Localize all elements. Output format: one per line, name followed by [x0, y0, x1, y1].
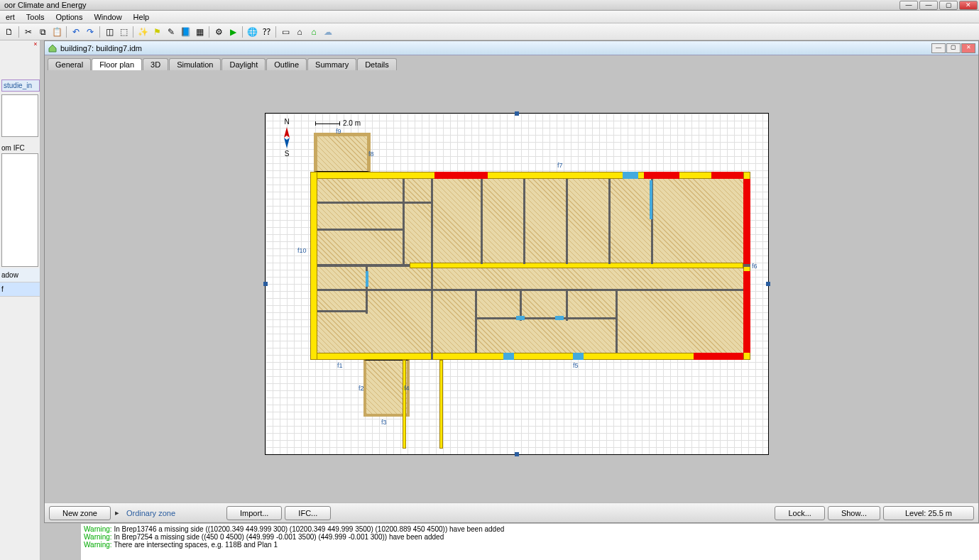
compass: N S	[283, 118, 291, 158]
build-icon[interactable]: ⚙	[212, 26, 225, 38]
wall-top-r2	[644, 172, 679, 179]
wall-left	[310, 172, 317, 360]
sidebar-close-icon[interactable]: ×	[31, 40, 40, 49]
log-line: Warning: In Brep7254 a missing side ((45…	[84, 533, 976, 541]
globe-icon[interactable]: 🌐	[246, 26, 258, 38]
log-panel: Warning: In Brep13746 a missing side ((1…	[81, 523, 979, 560]
layout-b-icon[interactable]: ⬚	[117, 26, 130, 38]
svg-marker-1	[284, 127, 290, 138]
minimize-button-2[interactable]: —	[919, 1, 938, 10]
wall-right-r1	[743, 179, 750, 264]
book-icon[interactable]: 📘	[179, 26, 192, 38]
import-button[interactable]: Import...	[226, 506, 282, 520]
scale-bar: 2.0 m	[315, 119, 361, 127]
label-f10: f10	[297, 247, 307, 254]
paste-icon[interactable]: 📋	[50, 26, 63, 38]
log-line: Warning: There are intersecting spaces, …	[84, 541, 976, 549]
tab-outline[interactable]: Outline	[266, 58, 307, 70]
label-f4: f4	[404, 385, 410, 392]
wizard-icon[interactable]: ✨	[136, 26, 149, 38]
sidebar-row-adow[interactable]: adow	[0, 268, 40, 282]
document-title: building7: building7.idm	[60, 44, 142, 53]
tab-details[interactable]: Details	[357, 58, 397, 70]
tab-floor-plan[interactable]: Floor plan	[92, 58, 142, 70]
tab-summary[interactable]: Summary	[307, 58, 356, 70]
label-f6: f6	[752, 263, 758, 270]
bottom-toolbar: New zone ▸ Ordinary zone Import... IFC..…	[45, 503, 978, 522]
tab-daylight[interactable]: Daylight	[221, 58, 266, 70]
cut-icon[interactable]: ✂	[22, 26, 35, 38]
toolbar-separator	[66, 26, 67, 38]
lock-button[interactable]: Lock...	[775, 506, 824, 520]
house-sun-icon[interactable]: ⌂	[293, 26, 306, 38]
pipe-1	[403, 360, 406, 449]
floor-plan-drawing[interactable]: f1 f2 f3 f4 f5 f6 f7 f8 f9 f10	[310, 172, 750, 367]
tab-bar: General Floor plan 3D Simulation Dayligh…	[45, 55, 978, 70]
marker-icon[interactable]: ⚑	[151, 26, 163, 38]
ordinary-zone-link[interactable]: Ordinary zone	[124, 509, 178, 517]
sidebar-row-f[interactable]: f	[0, 282, 40, 297]
menu-window[interactable]: Window	[88, 13, 127, 21]
maximize-button[interactable]: ▢	[939, 1, 958, 10]
show-button[interactable]: Show...	[828, 506, 880, 520]
svg-marker-2	[284, 138, 290, 148]
doc-close-button[interactable]: ✕	[961, 43, 975, 53]
rect-icon[interactable]: ▭	[279, 26, 292, 38]
scale-label: 2.0 m	[343, 119, 361, 127]
canvas-area[interactable]: N S 2.0 m	[45, 70, 978, 503]
resize-handle-s[interactable]	[515, 452, 519, 456]
resize-handle-e[interactable]	[766, 282, 770, 286]
label-f7: f7	[557, 162, 563, 169]
wall-bottom	[310, 353, 750, 360]
wall-right-r2	[743, 271, 750, 353]
cloud-icon[interactable]: ☁	[322, 26, 334, 38]
floor-plan-canvas[interactable]: N S 2.0 m	[265, 113, 769, 455]
toolbar-separator	[133, 26, 133, 38]
house-icon	[48, 43, 58, 53]
layout-a-icon[interactable]: ◫	[103, 26, 116, 38]
window-controls: — — ▢ ✕	[899, 1, 978, 10]
doc-maximize-button[interactable]: ▢	[946, 43, 961, 53]
close-button[interactable]: ✕	[959, 1, 978, 10]
menu-tools[interactable]: Tools	[21, 13, 50, 21]
sidebar-list-box	[1, 153, 38, 267]
tab-3d[interactable]: 3D	[143, 58, 168, 70]
document-window: building7: building7.idm — ▢ ✕ General F…	[44, 40, 979, 523]
undo-icon[interactable]: ↶	[70, 26, 82, 38]
sidebar-ifc-label: om IFC	[1, 144, 38, 152]
menu-help[interactable]: Help	[128, 13, 155, 21]
toolbar-separator	[209, 26, 209, 38]
title-bar: oor Climate and Energy — — ▢ ✕	[0, 0, 979, 11]
note-icon[interactable]: ✎	[165, 26, 177, 38]
menu-bar: ert Tools Options Window Help	[0, 11, 979, 23]
document-title-bar: building7: building7.idm — ▢ ✕	[45, 41, 978, 55]
wall-top	[310, 172, 750, 179]
room-vestibule-top	[314, 133, 371, 172]
minimize-button[interactable]: —	[899, 1, 918, 10]
new-zone-button[interactable]: New zone	[49, 506, 111, 520]
app-title: oor Climate and Energy	[1, 1, 87, 9]
wall-top-r1	[434, 172, 488, 179]
doc-minimize-button[interactable]: —	[931, 43, 946, 53]
table-icon[interactable]: ▦	[193, 26, 206, 38]
run-icon[interactable]: ▶	[226, 26, 239, 38]
svg-marker-0	[49, 45, 56, 52]
toolbar-separator	[242, 26, 243, 38]
sidebar-item-studie[interactable]: studie_in	[1, 79, 40, 92]
label-f9: f9	[336, 128, 341, 135]
resize-handle-n[interactable]	[515, 111, 519, 116]
tab-general[interactable]: General	[48, 58, 91, 70]
resize-handle-w[interactable]	[263, 282, 268, 286]
new-icon[interactable]: 🗋	[3, 26, 16, 38]
copy-icon[interactable]: ⧉	[36, 26, 49, 38]
toolbar-separator	[18, 26, 19, 38]
level-button[interactable]: Level: 25.5 m	[883, 506, 974, 520]
menu-insert[interactable]: ert	[0, 13, 21, 21]
ifc-button[interactable]: IFC...	[285, 506, 331, 520]
house-icon[interactable]: ⌂	[307, 26, 320, 38]
tab-simulation[interactable]: Simulation	[169, 58, 221, 70]
menu-options[interactable]: Options	[50, 13, 89, 21]
toolbar-separator	[99, 26, 100, 38]
help-cursor-icon[interactable]: ⁇	[260, 26, 273, 38]
redo-icon[interactable]: ↷	[84, 26, 97, 38]
